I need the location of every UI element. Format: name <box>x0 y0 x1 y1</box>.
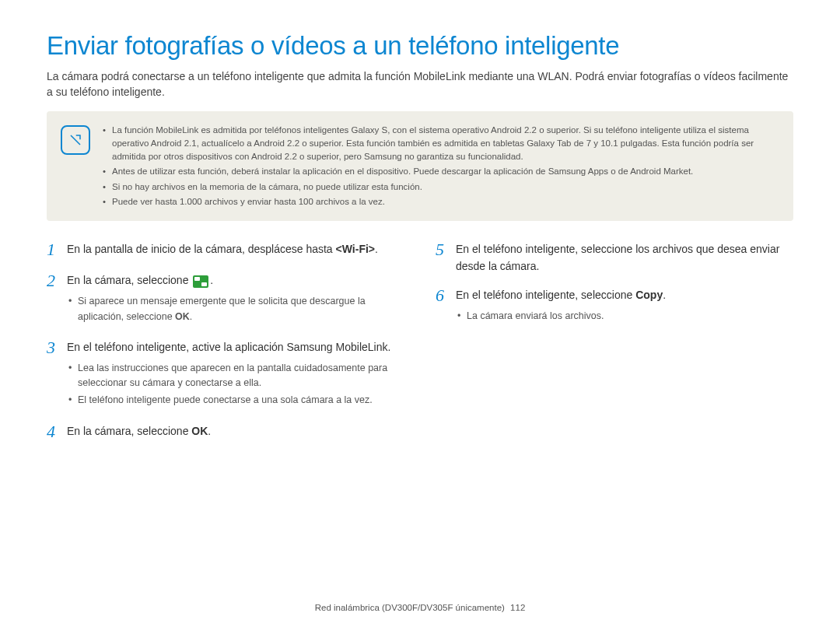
note-item: Si no hay archivos en la memoria de la c… <box>103 180 779 194</box>
step-bold: <Wi-Fi> <box>336 243 375 255</box>
column-left: 1 En la pantalla de inicio de la cámara,… <box>47 240 404 453</box>
step-body: En el teléfono inteligente, seleccione l… <box>456 240 793 275</box>
step-3: 3 En el teléfono inteligente, active la … <box>47 338 404 411</box>
step-body: En el teléfono inteligente, active la ap… <box>67 338 404 411</box>
step-number: 2 <box>47 271 67 326</box>
step-2: 2 En la cámara, seleccione . Si aparece … <box>47 271 404 326</box>
column-right: 5 En el teléfono inteligente, seleccione… <box>436 240 793 453</box>
step-bold: OK <box>191 425 208 437</box>
step-5: 5 En el teléfono inteligente, seleccione… <box>436 240 793 275</box>
note-item: Antes de utilizar esta función, deberá i… <box>103 165 779 178</box>
note-list: La función MobileLink es admitida por te… <box>103 124 779 209</box>
steps-columns: 1 En la pantalla de inicio de la cámara,… <box>47 240 793 453</box>
step-number: 6 <box>436 285 456 326</box>
inline-bold: OK <box>175 311 190 322</box>
step-sub-item: El teléfono inteligente puede conectarse… <box>67 393 404 408</box>
step-bold: Copy <box>635 289 663 301</box>
step-number: 1 <box>47 240 67 260</box>
step-text: . <box>375 243 378 255</box>
step-number: 3 <box>47 338 67 411</box>
step-text: En la cámara, seleccione <box>67 274 191 286</box>
manual-page: Enviar fotografías o vídeos a un teléfon… <box>0 0 840 634</box>
step-6: 6 En el teléfono inteligente, seleccione… <box>436 285 793 326</box>
step-body: En la cámara, seleccione OK. <box>67 422 211 442</box>
step-text: En el teléfono inteligente, seleccione <box>456 289 635 301</box>
step-sub-item: Lea las instrucciones que aparecen en la… <box>67 361 404 391</box>
step-text: En el teléfono inteligente, active la ap… <box>67 341 390 353</box>
page-title: Enviar fotografías o vídeos a un teléfon… <box>47 31 793 61</box>
step-number: 5 <box>436 240 456 275</box>
step-text: En el teléfono inteligente, seleccione l… <box>456 243 779 272</box>
step-1: 1 En la pantalla de inicio de la cámara,… <box>47 240 404 260</box>
step-number: 4 <box>47 422 67 442</box>
note-box: La función MobileLink es admitida por te… <box>47 111 793 222</box>
intro-paragraph: La cámara podrá conectarse a un teléfono… <box>47 68 793 100</box>
step-body: En la cámara, seleccione . Si aparece un… <box>67 271 404 326</box>
page-number: 112 <box>510 603 525 612</box>
step-text: . <box>208 425 211 437</box>
note-item: La función MobileLink es admitida por te… <box>103 124 779 164</box>
step-text: . <box>210 274 213 286</box>
step-body: En la pantalla de inicio de la cámara, d… <box>67 240 378 260</box>
step-sub-item: La cámara enviará los archivos. <box>456 309 666 324</box>
mobilelink-icon <box>193 275 208 288</box>
footer-text: Red inalámbrica (DV300F/DV305F únicament… <box>315 603 505 612</box>
step-text: . <box>663 289 666 301</box>
note-item: Puede ver hasta 1.000 archivos y enviar … <box>103 195 779 208</box>
step-4: 4 En la cámara, seleccione OK. <box>47 422 404 442</box>
step-sub-item: Si aparece un mensaje emergente que le s… <box>67 294 404 324</box>
page-footer: Red inalámbrica (DV300F/DV305F únicament… <box>0 603 840 612</box>
note-icon <box>61 125 90 155</box>
step-text: En la pantalla de inicio de la cámara, d… <box>67 243 336 255</box>
step-body: En el teléfono inteligente, seleccione C… <box>456 285 666 326</box>
step-text: En la cámara, seleccione <box>67 425 191 437</box>
